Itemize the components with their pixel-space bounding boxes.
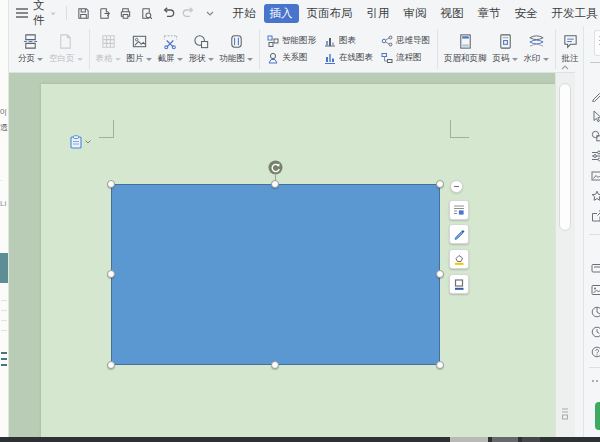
sidebar-handle[interactable]: [590, 62, 600, 63]
sliver-line: [1, 330, 7, 331]
dropdown-caret: [115, 58, 121, 61]
star-icon[interactable]: [590, 189, 600, 202]
help-icon[interactable]: [590, 345, 600, 358]
sliver-line: [1, 310, 7, 311]
tab-review[interactable]: 审阅: [398, 4, 433, 23]
background-window-sliver: 0| 透 · Li: [0, 0, 9, 442]
shapes-button[interactable]: 形状: [186, 33, 217, 65]
file-menu-button[interactable]: 文件: [33, 0, 56, 28]
paste-options-button[interactable]: [70, 135, 91, 149]
document-canvas[interactable]: [8, 73, 575, 437]
dropdown-caret: [543, 58, 549, 61]
page-number-label: 页码: [493, 53, 510, 65]
mind-map-icon: [381, 35, 393, 47]
document-page[interactable]: [41, 84, 555, 437]
floating-green-button[interactable]: [595, 402, 600, 430]
undo-icon[interactable]: [161, 6, 175, 20]
screenshot-icon: [162, 33, 179, 50]
ribbon-group-pages: 分页 空白页: [12, 29, 90, 69]
dropdown-caret: [247, 58, 253, 61]
adjust-sliders-icon[interactable]: [590, 149, 600, 162]
chevron-down-icon: [51, 11, 55, 16]
sliver-text: 0|: [0, 108, 8, 116]
bottom-bar-segment: [450, 437, 488, 442]
comment-button[interactable]: 批注: [559, 33, 582, 65]
sliver-text: 透: [0, 124, 8, 132]
scrollbar-thumb[interactable]: [559, 83, 571, 231]
ribbon-group-header-footer: 页眉和页脚 页码 水印: [438, 29, 556, 69]
layout-options-icon: [453, 204, 465, 216]
sliver-dash: [1, 364, 7, 366]
scroll-page-marks[interactable]: [561, 407, 569, 423]
pie-chart-icon[interactable]: [590, 305, 600, 318]
page-break-icon: [22, 33, 39, 50]
resize-handle-middle-left[interactable]: [107, 270, 115, 278]
more-commands-icon[interactable]: [203, 6, 217, 20]
picture-button[interactable]: 图片: [124, 33, 155, 65]
share-icon[interactable]: [590, 209, 600, 222]
export-pdf-icon[interactable]: [98, 6, 112, 20]
watermark-button[interactable]: 水印: [521, 33, 552, 65]
hamburger-menu-icon[interactable]: [16, 8, 28, 18]
outline-color-button[interactable]: [449, 274, 469, 294]
insert-picture-icon[interactable]: [590, 169, 600, 182]
save-icon[interactable]: [77, 6, 91, 20]
tab-section[interactable]: 章节: [472, 4, 507, 23]
tab-references[interactable]: 引用: [361, 4, 396, 23]
function-diagram-button[interactable]: 功能图: [217, 33, 257, 65]
fill-color-button[interactable]: [449, 249, 469, 269]
layout-options-button[interactable]: [449, 200, 469, 220]
comment-label: 批注: [562, 53, 579, 65]
tab-insert[interactable]: 插入: [264, 4, 299, 23]
menu-bar: 文件 开始 插入 页面布局 引用 审阅: [8, 0, 600, 26]
print-icon[interactable]: [119, 6, 133, 20]
smart-art-button[interactable]: 智能图形: [267, 35, 316, 47]
page-break-button[interactable]: 分页: [15, 33, 46, 65]
header-footer-button[interactable]: 页眉和页脚: [441, 33, 490, 65]
smart-art-label: 智能图形: [282, 35, 316, 47]
relation-chart-button[interactable]: 关系图: [267, 52, 316, 64]
chart-button[interactable]: 图表: [324, 35, 373, 47]
cursor-select-icon[interactable]: [590, 109, 600, 122]
flow-chart-button[interactable]: 流程图: [381, 52, 430, 64]
tab-view[interactable]: 视图: [435, 4, 470, 23]
resize-handle-middle-right[interactable]: [436, 270, 444, 278]
history-clock-icon[interactable]: [590, 325, 600, 338]
pencil-icon: [453, 228, 465, 240]
vertical-scrollbar[interactable]: [555, 73, 575, 437]
more-dots-icon[interactable]: [590, 374, 600, 387]
collapsed-pane-tab[interactable]: [594, 30, 600, 56]
blank-page-button[interactable]: 空白页: [46, 33, 86, 65]
online-chart-button[interactable]: 在线图表: [324, 52, 373, 64]
edit-style-button[interactable]: [449, 224, 469, 244]
flow-chart-label: 流程图: [396, 52, 422, 64]
rotate-handle[interactable]: [268, 160, 283, 175]
dropdown-caret: [37, 58, 43, 61]
edit-pencil-icon[interactable]: [590, 89, 600, 102]
resize-handle-top-right[interactable]: [436, 180, 444, 188]
scroll-up-icon[interactable]: [561, 65, 569, 70]
mind-map-button[interactable]: 思维导图: [381, 35, 430, 47]
table-button[interactable]: 表格: [93, 33, 124, 65]
shapes-icon[interactable]: [590, 129, 600, 142]
collapse-toolbar-button[interactable]: [450, 180, 463, 193]
tab-developer[interactable]: 开发工具: [546, 4, 600, 23]
picture-label: 图片: [127, 53, 144, 65]
resize-handle-bottom-left[interactable]: [107, 361, 115, 369]
redo-icon[interactable]: [182, 6, 196, 20]
resize-handle-bottom-center[interactable]: [271, 361, 279, 369]
page-number-button[interactable]: 页码: [490, 33, 521, 65]
tab-security[interactable]: 安全: [509, 4, 544, 23]
sliver-dash: [1, 358, 7, 360]
tab-home[interactable]: 开始: [227, 4, 262, 23]
resize-handle-top-center[interactable]: [271, 180, 279, 188]
resize-handle-bottom-right[interactable]: [436, 361, 444, 369]
image-gallery-icon[interactable]: [590, 283, 600, 296]
screenshot-button[interactable]: 截屏: [155, 33, 186, 65]
resize-handle-top-left[interactable]: [107, 180, 115, 188]
sliver-dash: [1, 352, 7, 354]
tab-page-layout[interactable]: 页面布局: [301, 4, 359, 23]
card-panel-icon[interactable]: [590, 261, 600, 274]
print-preview-icon[interactable]: [140, 6, 154, 20]
selected-rectangle-shape[interactable]: [111, 184, 440, 365]
